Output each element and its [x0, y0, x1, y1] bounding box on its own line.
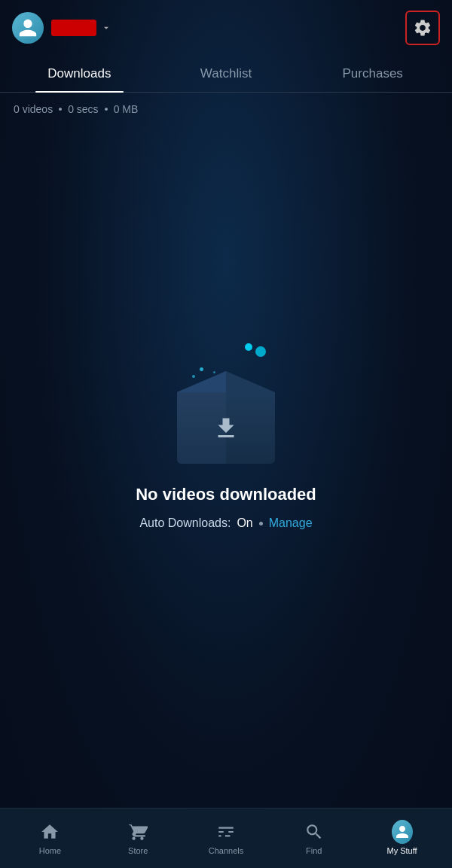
channels-icon-wrap: [215, 821, 237, 842]
nav-item-home[interactable]: Home: [6, 821, 94, 855]
nav-avatar: [392, 820, 413, 844]
auto-downloads-separator: [259, 522, 263, 525]
header-left: [12, 12, 111, 44]
channels-icon: [216, 822, 236, 842]
nav-item-my-stuff[interactable]: My Stuff: [358, 821, 446, 855]
tabs: Downloads Watchlist Purchases: [0, 56, 452, 93]
store-icon: [128, 822, 148, 842]
stats-bar: 0 videos 0 secs 0 MB: [0, 93, 452, 126]
gear-icon: [413, 18, 432, 38]
tab-downloads[interactable]: Downloads: [6, 56, 153, 92]
nav-item-store[interactable]: Store: [94, 821, 182, 855]
box-top-left: [177, 371, 226, 392]
username-redacted: [51, 20, 96, 36]
dot-large: [255, 346, 266, 357]
dot-medium: [245, 343, 252, 351]
nav-label-channels: Channels: [209, 846, 243, 855]
stats-separator-1: [59, 108, 62, 111]
empty-state: No videos downloaded Auto Downloads: On …: [0, 126, 452, 808]
search-icon: [304, 822, 324, 842]
home-icon: [40, 822, 60, 842]
tab-purchases[interactable]: Purchases: [299, 56, 446, 92]
nav-label-find: Find: [306, 846, 322, 855]
manage-link[interactable]: Manage: [269, 516, 313, 530]
no-videos-title: No videos downloaded: [136, 485, 316, 504]
nav-label-my-stuff: My Stuff: [387, 846, 417, 855]
auto-downloads-label: Auto Downloads:: [139, 516, 231, 530]
videos-count: 0 videos: [14, 103, 53, 115]
nav-item-channels[interactable]: Channels: [182, 821, 270, 855]
nav-item-find[interactable]: Find: [270, 821, 358, 855]
download-illustration: [170, 343, 282, 464]
auto-downloads-status: On: [237, 516, 252, 530]
box-container: [177, 371, 275, 464]
header: [0, 0, 452, 56]
find-icon-wrap: [304, 821, 325, 842]
box-body: [177, 392, 275, 464]
store-icon-wrap: [127, 821, 148, 842]
username-block[interactable]: [51, 20, 111, 36]
nav-label-store: Store: [128, 846, 148, 855]
tab-watchlist[interactable]: Watchlist: [153, 56, 300, 92]
home-icon-wrap: [39, 821, 60, 842]
secs-count: 0 secs: [68, 103, 98, 115]
nav-label-home: Home: [39, 846, 61, 855]
stats-separator-2: [105, 108, 108, 111]
download-arrow-icon: [212, 415, 240, 442]
avatar[interactable]: [12, 12, 44, 44]
size-count: 0 MB: [114, 103, 139, 115]
settings-button[interactable]: [405, 11, 440, 45]
my-stuff-icon-wrap: [392, 821, 413, 842]
auto-downloads-row: Auto Downloads: On Manage: [139, 516, 312, 530]
my-stuff-person-icon: [395, 824, 410, 839]
chevron-down-icon: [101, 23, 111, 33]
bottom-nav: Home Store Channels: [0, 808, 452, 868]
